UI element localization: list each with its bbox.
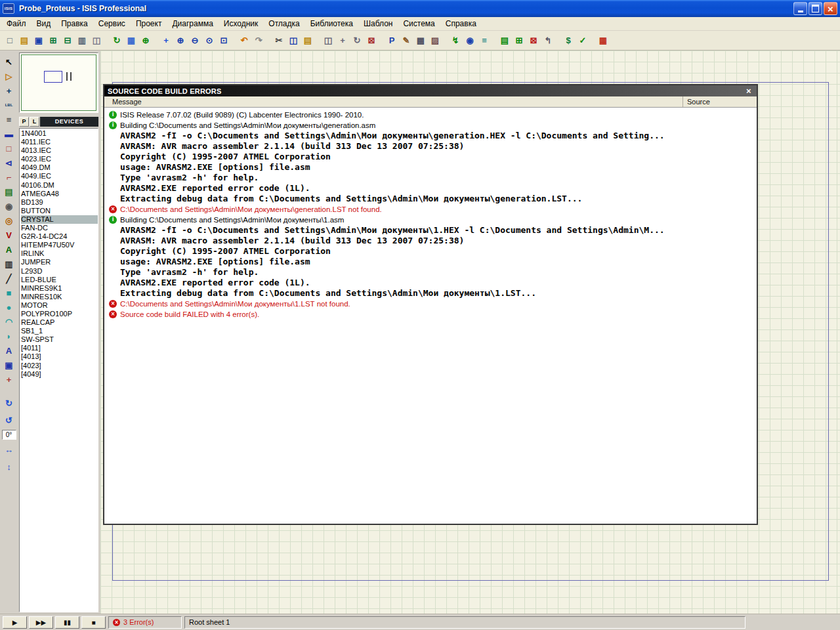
- rotate-anticlockwise-button[interactable]: ↺: [2, 413, 16, 427]
- device-item[interactable]: MINRES10K: [21, 293, 98, 301]
- component-mode-button[interactable]: ▷: [2, 69, 16, 83]
- block-delete-button[interactable]: ⊠: [364, 33, 379, 49]
- zoom-all-button[interactable]: ⊙: [202, 33, 217, 49]
- property-assignment-button[interactable]: ≡: [477, 33, 492, 49]
- device-item[interactable]: BUTTON: [21, 207, 98, 215]
- dialog-close-icon[interactable]: ×: [744, 86, 753, 96]
- zoom-in-button[interactable]: ⊕: [173, 33, 188, 49]
- device-item[interactable]: REALCAP: [21, 318, 98, 327]
- 2d-circle-mode-button[interactable]: ●: [2, 300, 16, 314]
- mark-output-area-button[interactable]: ◫: [89, 33, 104, 49]
- menu-item-11[interactable]: Справка: [440, 18, 482, 30]
- zoom-out-button[interactable]: ⊖: [188, 33, 202, 49]
- 2d-arc-mode-button[interactable]: ◠: [2, 314, 16, 329]
- open-folder-button[interactable]: ▤: [17, 33, 32, 49]
- redo-button[interactable]: ↷: [251, 33, 266, 49]
- 2d-box-mode-button[interactable]: ■: [2, 285, 16, 300]
- menu-item-9[interactable]: Шаблон: [358, 18, 398, 30]
- current-probe-mode-button[interactable]: A: [2, 242, 16, 257]
- menu-item-10[interactable]: Система: [398, 18, 440, 30]
- x-mirror-button[interactable]: ↔: [2, 442, 16, 457]
- device-item[interactable]: G2R-14-DC24: [21, 232, 98, 241]
- exit-to-parent-button[interactable]: ↰: [541, 33, 555, 49]
- voltage-probe-mode-button[interactable]: V: [2, 228, 16, 242]
- overview-panel[interactable]: [19, 52, 98, 113]
- device-item[interactable]: JUMPER: [21, 258, 98, 266]
- title-bar[interactable]: ISIS Probe_Proteus - ISIS Professional: [0, 0, 840, 17]
- import-section-button[interactable]: ⊞: [46, 33, 60, 49]
- menu-item-6[interactable]: Исходник: [219, 18, 263, 30]
- electrical-rule-check-button[interactable]: ✓: [576, 33, 590, 49]
- block-copy-button[interactable]: ◫: [321, 33, 335, 49]
- device-item[interactable]: SW-SPST: [21, 335, 98, 344]
- device-item[interactable]: [4049]: [21, 370, 98, 379]
- virtual-instruments-mode-button[interactable]: ▥: [2, 257, 16, 271]
- stop-button[interactable]: ■: [81, 616, 106, 629]
- device-item[interactable]: FAN-DC: [21, 224, 98, 232]
- device-pin-mode-button[interactable]: ⌐: [2, 170, 16, 184]
- wire-label-mode-button[interactable]: LBL: [2, 98, 16, 112]
- device-item[interactable]: 1N4001: [21, 129, 98, 138]
- cut-button[interactable]: ✂: [272, 33, 286, 49]
- device-item[interactable]: [4023]: [21, 362, 98, 370]
- device-item[interactable]: [4011]: [21, 344, 98, 352]
- device-item[interactable]: SB1_1: [21, 327, 98, 335]
- netlist-to-ares-button[interactable]: ▦: [596, 33, 610, 49]
- paste-button[interactable]: ▤: [301, 33, 315, 49]
- origin-button[interactable]: ⊕: [138, 33, 153, 49]
- device-item[interactable]: POLYPRO100P: [21, 310, 98, 318]
- pause-button[interactable]: ▮▮: [55, 616, 79, 629]
- redraw-button[interactable]: ↻: [110, 33, 124, 49]
- close-icon[interactable]: [824, 2, 837, 15]
- generator-mode-button[interactable]: ◎: [2, 213, 16, 228]
- undo-button[interactable]: ↶: [237, 33, 251, 49]
- menu-item-7[interactable]: Отладка: [263, 18, 304, 30]
- dialog-title-bar[interactable]: SOURCE CODE BUILD ERRORS ×: [104, 85, 757, 96]
- toggle-grid-button[interactable]: ▦: [124, 33, 138, 49]
- menu-item-3[interactable]: Сервис: [93, 18, 131, 30]
- buses-mode-button[interactable]: ▬: [2, 127, 16, 141]
- menu-item-2[interactable]: Правка: [56, 18, 93, 30]
- menu-item-1[interactable]: Вид: [32, 18, 56, 30]
- 2d-line-mode-button[interactable]: ╱: [2, 271, 16, 285]
- library-manager-button[interactable]: L: [30, 117, 39, 127]
- y-mirror-button[interactable]: ↕: [2, 459, 16, 474]
- minimize-icon[interactable]: [793, 2, 807, 15]
- selection-mode-button[interactable]: ↖: [2, 54, 16, 69]
- 2d-path-mode-button[interactable]: ◗: [2, 329, 16, 343]
- device-item[interactable]: 4023.IEC: [21, 155, 98, 163]
- pick-devices-button[interactable]: P: [19, 117, 29, 127]
- copy-button[interactable]: ◫: [286, 33, 301, 49]
- bill-of-materials-button[interactable]: $: [561, 33, 576, 49]
- new-file-button[interactable]: □: [3, 33, 17, 49]
- print-button[interactable]: ▥: [75, 33, 89, 49]
- 2d-markers-mode-button[interactable]: +: [2, 372, 16, 387]
- device-item[interactable]: LED-BLUE: [21, 276, 98, 284]
- device-item[interactable]: [4013]: [21, 352, 98, 361]
- search-tag-button[interactable]: ◉: [463, 33, 477, 49]
- device-item[interactable]: IRLINK: [21, 249, 98, 258]
- block-rotate-button[interactable]: ↻: [350, 33, 364, 49]
- step-button[interactable]: ▶▶: [29, 616, 53, 629]
- export-section-button[interactable]: ⊟: [60, 33, 75, 49]
- 2d-text-mode-button[interactable]: A: [2, 343, 16, 358]
- device-item[interactable]: CRYSTAL: [21, 215, 98, 224]
- make-device-button[interactable]: ✎: [399, 33, 413, 49]
- device-item[interactable]: 4011.IEC: [21, 138, 98, 146]
- 2d-symbols-mode-button[interactable]: ▣: [2, 358, 16, 372]
- menu-item-4[interactable]: Проект: [131, 18, 167, 30]
- tape-recorder-mode-button[interactable]: ◉: [2, 199, 16, 213]
- maximize-icon[interactable]: [808, 2, 822, 15]
- device-item[interactable]: HITEMP47U50V: [21, 241, 98, 249]
- pick-parts-button[interactable]: P: [385, 33, 399, 49]
- wire-autorouter-button[interactable]: ↯: [448, 33, 463, 49]
- text-script-mode-button[interactable]: ≡: [2, 112, 16, 127]
- device-item[interactable]: 4049.IEC: [21, 172, 98, 180]
- pan-view-button[interactable]: +: [159, 33, 173, 49]
- device-item[interactable]: L293D: [21, 267, 98, 276]
- device-item[interactable]: ATMEGA48: [21, 190, 98, 198]
- device-item[interactable]: MINRES9K1: [21, 284, 98, 293]
- device-item[interactable]: 4049.DM: [21, 163, 98, 172]
- terminal-mode-button[interactable]: ⊲: [2, 156, 16, 170]
- subcircuit-mode-button[interactable]: □: [2, 141, 16, 156]
